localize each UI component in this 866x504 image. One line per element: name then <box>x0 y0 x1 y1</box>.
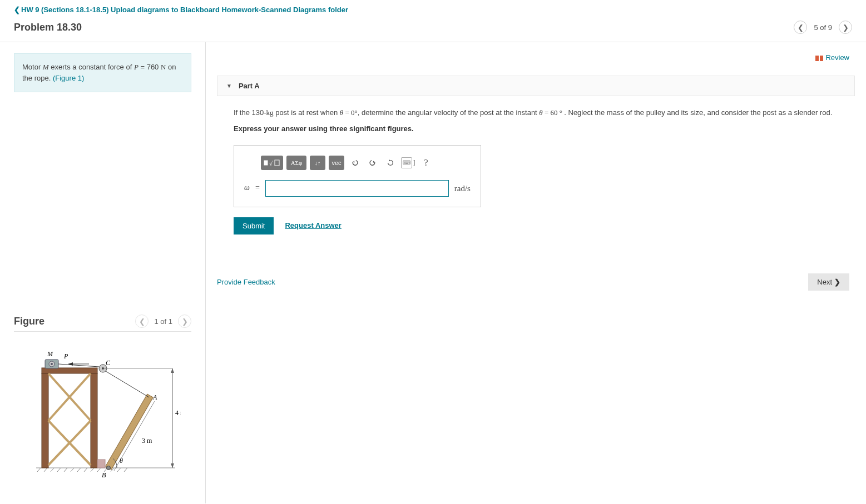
chevron-right-icon: ❯ <box>834 278 840 286</box>
greek-button[interactable]: ΑΣφ <box>286 156 306 170</box>
svg-rect-47 <box>264 161 268 165</box>
equals-sign: = <box>255 182 260 194</box>
svg-text:B: B <box>102 471 106 479</box>
next-problem-button[interactable]: ❯ <box>839 21 852 34</box>
vec-button[interactable]: vec <box>329 156 344 170</box>
instruction-text: Express your answer using three signific… <box>234 123 838 135</box>
title-row: Problem 18.30 ❮ 5 of 9 ❯ <box>0 16 866 42</box>
part-a-body: If the 130-kg post is at rest when θ = 0… <box>217 96 855 246</box>
reset-button[interactable] <box>383 156 398 170</box>
svg-marker-52 <box>389 159 390 161</box>
svg-line-5 <box>64 468 67 472</box>
svg-line-38 <box>106 371 149 397</box>
flag-icon <box>815 56 823 61</box>
keyboard-button[interactable]: ⌨] <box>401 156 415 170</box>
answer-row: ω = rad/s <box>244 180 471 197</box>
problem-pager: ❮ 5 of 9 ❯ <box>794 21 852 34</box>
caret-down-icon: ▼ <box>226 83 232 89</box>
undo-button[interactable] <box>348 156 362 170</box>
answer-input[interactable] <box>265 180 449 197</box>
svg-rect-35 <box>97 460 105 468</box>
part-a-label: Part A <box>239 82 260 90</box>
svg-text:3 m: 3 m <box>142 437 152 445</box>
svg-marker-42 <box>171 463 174 468</box>
svg-line-8 <box>84 468 87 472</box>
svg-line-1 <box>37 468 41 472</box>
breadcrumb: ❮HW 9 (Sections 18.1-18.5) Upload diagra… <box>0 0 866 16</box>
part-a-header[interactable]: ▼ Part A <box>217 76 855 96</box>
figure-diagram: M C P B A <box>14 348 191 483</box>
svg-line-7 <box>77 468 81 472</box>
svg-marker-41 <box>171 368 174 373</box>
next-button[interactable]: Next❯ <box>808 273 849 291</box>
provide-feedback-link[interactable]: Provide Feedback <box>217 278 275 286</box>
svg-line-14 <box>124 468 127 472</box>
svg-text:4 m: 4 m <box>175 409 181 417</box>
svg-text:θ: θ <box>120 457 123 465</box>
answer-unit: rad/s <box>454 182 471 195</box>
submit-button[interactable]: Submit <box>234 217 274 234</box>
svg-text:M: M <box>47 350 53 358</box>
figure-prev-button[interactable]: ❮ <box>135 315 149 328</box>
svg-line-4 <box>57 468 61 472</box>
figure-pager: ❮ 1 of 1 ❯ <box>135 315 191 328</box>
help-button[interactable]: ? <box>419 156 433 170</box>
actions-row: Submit Request Answer <box>234 217 838 234</box>
figure-header: Figure ❮ 1 of 1 ❯ <box>14 315 191 332</box>
svg-line-29 <box>58 364 99 367</box>
breadcrumb-link[interactable]: ❮HW 9 (Sections 18.1-18.5) Upload diagra… <box>14 6 348 14</box>
review-link[interactable]: Review <box>815 53 849 62</box>
figure-link[interactable]: (Figure 1) <box>53 74 84 82</box>
left-panel: Motor M exerts a constant force of P = 7… <box>0 42 206 503</box>
svg-line-6 <box>71 468 74 472</box>
problem-statement: Motor M exerts a constant force of P = 7… <box>14 53 191 92</box>
templates-button[interactable]: √ <box>261 156 283 170</box>
svg-rect-33 <box>106 394 153 470</box>
subsup-button[interactable]: ↓↑ <box>310 156 325 170</box>
svg-marker-31 <box>68 362 73 366</box>
svg-line-9 <box>91 468 94 472</box>
pager-text: 5 of 9 <box>814 23 832 32</box>
svg-point-34 <box>107 466 111 470</box>
prev-problem-button[interactable]: ❮ <box>794 21 807 34</box>
figure-heading: Figure <box>14 316 44 327</box>
svg-line-3 <box>51 468 54 472</box>
footer-row: Provide Feedback Next❯ <box>217 273 855 291</box>
answer-box: √ ΑΣφ ↓↑ vec ⌨] ? <box>234 145 481 207</box>
svg-line-10 <box>97 468 101 472</box>
svg-rect-49 <box>275 160 279 166</box>
answer-variable: ω <box>244 182 250 194</box>
svg-text:A: A <box>152 393 157 401</box>
figure-next-button[interactable]: ❯ <box>178 315 191 328</box>
svg-line-2 <box>44 468 47 472</box>
chevron-left-icon: ❮ <box>14 6 20 14</box>
request-answer-link[interactable]: Request Answer <box>285 220 341 232</box>
right-panel: Review ▼ Part A If the 130-kg post is at… <box>206 42 866 503</box>
svg-line-13 <box>117 468 121 472</box>
redo-button[interactable] <box>365 156 380 170</box>
svg-rect-16 <box>42 373 48 468</box>
problem-title: Problem 18.30 <box>14 22 82 33</box>
equation-toolbar: √ ΑΣφ ↓↑ vec ⌨] ? <box>261 156 471 170</box>
svg-text:P: P <box>63 352 68 360</box>
svg-text:C: C <box>106 359 111 367</box>
svg-text:√: √ <box>269 160 273 167</box>
question-text: If the 130-kg post is at rest when θ = 0… <box>234 107 838 119</box>
svg-rect-17 <box>91 373 97 468</box>
svg-point-24 <box>51 363 53 365</box>
